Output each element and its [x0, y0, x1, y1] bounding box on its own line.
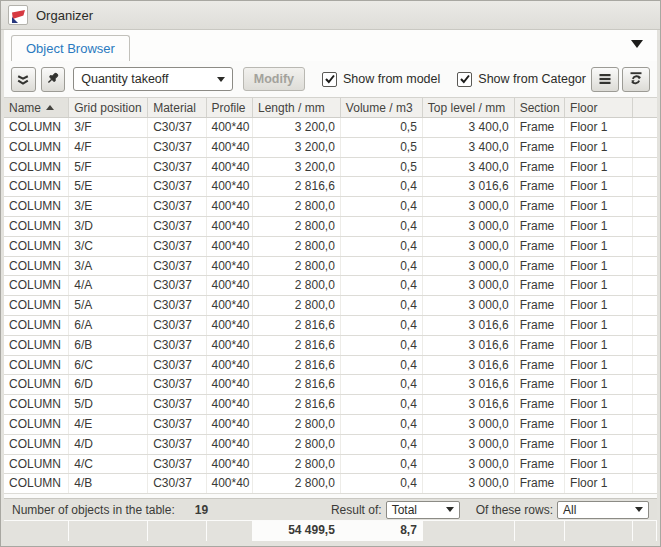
toolbar: Quantity takeoff Modify Show from model …: [4, 61, 657, 97]
checkbox-show-from-model[interactable]: Show from model: [322, 72, 440, 87]
object-table: NameGrid positionMaterialProfileLength /…: [4, 97, 657, 494]
refresh-button[interactable]: [622, 67, 650, 92]
totals-row: 54 499,58,7: [4, 520, 657, 541]
cell: Floor 1: [565, 316, 633, 335]
table-row[interactable]: COLUMN4/AC30/37400*402 800,00,43 000,0Fr…: [4, 276, 657, 296]
table-row[interactable]: COLUMN3/EC30/37400*402 800,00,43 000,0Fr…: [4, 197, 657, 217]
table-row[interactable]: COLUMN4/FC30/37400*403 200,00,53 400,0Fr…: [4, 138, 657, 158]
cell: C30/37: [148, 177, 206, 196]
cell: COLUMN: [4, 296, 69, 315]
table-row[interactable]: COLUMN5/DC30/37400*402 816,60,43 016,6Fr…: [4, 395, 657, 415]
cell-spare: [633, 435, 657, 454]
cell: 0,5: [341, 138, 423, 157]
cell-spare: [633, 237, 657, 256]
cell: Frame: [515, 118, 565, 137]
column-header-grid-position[interactable]: Grid position: [69, 98, 148, 117]
cell: Frame: [515, 435, 565, 454]
menu-button[interactable]: [591, 67, 619, 92]
totals-cell: [69, 521, 148, 541]
organizer-app-icon: [8, 5, 28, 25]
panel-menu-arrow-icon[interactable]: [631, 40, 643, 48]
cell: Frame: [515, 415, 565, 434]
cell: 3 400,0: [423, 118, 515, 137]
cell: 2 816,6: [253, 356, 341, 375]
cell: 3 200,0: [253, 118, 341, 137]
cell: 4/A: [69, 276, 148, 295]
pin-button[interactable]: [41, 67, 66, 92]
modify-button[interactable]: Modify: [243, 67, 305, 91]
column-header-profile[interactable]: Profile: [207, 98, 253, 117]
cell: 3 000,0: [423, 257, 515, 276]
column-header-name[interactable]: Name: [4, 98, 69, 117]
cell-spare: [633, 395, 657, 414]
table-row[interactable]: COLUMN5/AC30/37400*402 800,00,43 000,0Fr…: [4, 296, 657, 316]
table-row[interactable]: COLUMN5/EC30/37400*402 816,60,43 016,6Fr…: [4, 177, 657, 197]
cell: 3 016,6: [423, 336, 515, 355]
collapse-button[interactable]: [11, 67, 36, 92]
cell: Floor 1: [565, 257, 633, 276]
column-header-volume-m3[interactable]: Volume / m3: [341, 98, 423, 117]
cell-spare: [633, 296, 657, 315]
table-row[interactable]: COLUMN5/FC30/37400*403 200,00,53 400,0Fr…: [4, 158, 657, 178]
table-row[interactable]: COLUMN3/DC30/37400*402 800,00,43 000,0Fr…: [4, 217, 657, 237]
cell: 400*40: [207, 158, 253, 177]
view-dropdown[interactable]: Quantity takeoff: [73, 67, 233, 91]
rows-filter-value: All: [563, 503, 635, 517]
cell: Frame: [515, 276, 565, 295]
cell: 3/E: [69, 197, 148, 216]
cell: 2 800,0: [253, 257, 341, 276]
cell: C30/37: [148, 257, 206, 276]
table-row[interactable]: COLUMN3/CC30/37400*402 800,00,43 000,0Fr…: [4, 237, 657, 257]
cell: Floor 1: [565, 276, 633, 295]
cell: COLUMN: [4, 336, 69, 355]
column-header-spare: [633, 98, 657, 117]
cell: 3 000,0: [423, 455, 515, 474]
cell: 0,4: [341, 356, 423, 375]
column-header-label: Material: [153, 101, 196, 115]
table-row[interactable]: COLUMN6/BC30/37400*402 816,60,43 016,6Fr…: [4, 336, 657, 356]
cell: Frame: [515, 296, 565, 315]
cell: Floor 1: [565, 138, 633, 157]
cell: 2 800,0: [253, 474, 341, 493]
checkbox-show-from-category[interactable]: Show from Categor: [457, 72, 586, 87]
column-header-length-mm[interactable]: Length / mm: [253, 98, 341, 117]
object-count-label: Number of objects in the table:: [12, 503, 175, 517]
cell: 3 000,0: [423, 217, 515, 236]
cell: Frame: [515, 375, 565, 394]
cell: C30/37: [148, 296, 206, 315]
cell: COLUMN: [4, 158, 69, 177]
column-header-top-level-mm[interactable]: Top level / mm: [423, 98, 515, 117]
table-row[interactable]: COLUMN6/CC30/37400*402 816,60,43 016,6Fr…: [4, 356, 657, 376]
cell: Floor 1: [565, 237, 633, 256]
cell: 0,4: [341, 455, 423, 474]
result-of-select[interactable]: Total: [386, 501, 460, 519]
cell-spare: [633, 177, 657, 196]
tab-object-browser[interactable]: Object Browser: [11, 35, 130, 61]
column-header-section[interactable]: Section: [515, 98, 565, 117]
cell: 0,4: [341, 336, 423, 355]
cell: COLUMN: [4, 276, 69, 295]
table-row[interactable]: COLUMN4/DC30/37400*402 800,00,43 000,0Fr…: [4, 435, 657, 455]
table-row[interactable]: COLUMN3/FC30/37400*403 200,00,53 400,0Fr…: [4, 118, 657, 138]
column-header-material[interactable]: Material: [148, 98, 206, 117]
cell: 3 200,0: [253, 158, 341, 177]
double-chevron-down-icon: [15, 71, 31, 87]
pushpin-icon: [45, 71, 61, 87]
table-row[interactable]: COLUMN4/BC30/37400*402 800,00,43 000,0Fr…: [4, 474, 657, 494]
table-row[interactable]: COLUMN4/CC30/37400*402 800,00,43 000,0Fr…: [4, 455, 657, 475]
tekla-flag-icon: [12, 10, 25, 19]
object-count-value: 19: [195, 503, 208, 517]
cell-spare: [633, 316, 657, 335]
cell: 400*40: [207, 197, 253, 216]
rows-filter-select[interactable]: All: [557, 501, 649, 519]
table-row[interactable]: COLUMN4/EC30/37400*402 800,00,43 000,0Fr…: [4, 415, 657, 435]
table-row[interactable]: COLUMN6/DC30/37400*402 816,60,43 016,6Fr…: [4, 375, 657, 395]
cell: Frame: [515, 177, 565, 196]
cell: 4/E: [69, 415, 148, 434]
cell: Floor 1: [565, 197, 633, 216]
table-row[interactable]: COLUMN3/AC30/37400*402 800,00,43 000,0Fr…: [4, 257, 657, 277]
table-row[interactable]: COLUMN6/AC30/37400*402 816,60,43 016,6Fr…: [4, 316, 657, 336]
column-header-floor[interactable]: Floor: [565, 98, 633, 117]
cell-spare: [633, 336, 657, 355]
cell: 5/A: [69, 296, 148, 315]
